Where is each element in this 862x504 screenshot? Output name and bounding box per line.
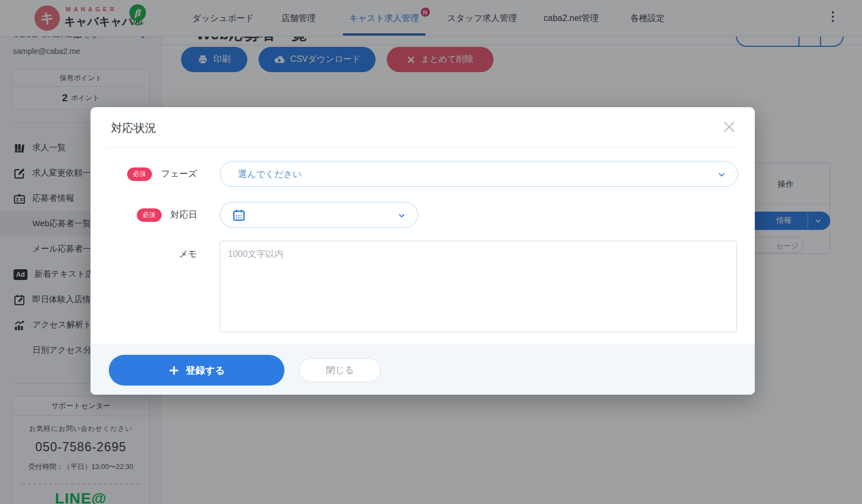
calendar-icon: [232, 208, 246, 222]
date-picker[interactable]: [220, 202, 418, 228]
phase-row: 必須 フェーズ 選んでください: [91, 161, 755, 187]
divider: [107, 147, 739, 148]
phase-label: フェーズ: [161, 168, 197, 180]
date-label: 対応日: [171, 209, 198, 221]
memo-label-group: メモ: [91, 241, 220, 260]
modal-title: 対応状況: [111, 121, 156, 136]
modal-close-button[interactable]: 閉じる: [299, 358, 381, 382]
memo-textarea[interactable]: [220, 241, 737, 332]
memo-label: メモ: [179, 248, 197, 260]
modal-footer: 登録する 閉じる: [91, 344, 755, 395]
phase-select-placeholder: 選んでください: [238, 169, 302, 180]
plus-icon: [169, 365, 179, 376]
phase-label-group: 必須 フェーズ: [91, 167, 220, 181]
memo-row: メモ: [91, 241, 755, 332]
close-icon[interactable]: [720, 119, 738, 136]
chevron-down-icon: [717, 170, 726, 179]
required-badge: 必須: [127, 167, 152, 181]
date-row: 必須 対応日: [91, 202, 755, 228]
response-status-modal: 対応状況 必須 フェーズ 選んでください 必須 対応日: [91, 107, 755, 395]
date-label-group: 必須 対応日: [91, 208, 220, 222]
chevron-down-icon: [397, 211, 406, 220]
required-badge: 必須: [137, 208, 162, 222]
app: CLUB CABA2様さま sample@caba2.me 保有ポイント 2 ポ…: [0, 0, 862, 504]
submit-button[interactable]: 登録する: [109, 355, 284, 386]
phase-select[interactable]: 選んでください: [220, 161, 738, 187]
